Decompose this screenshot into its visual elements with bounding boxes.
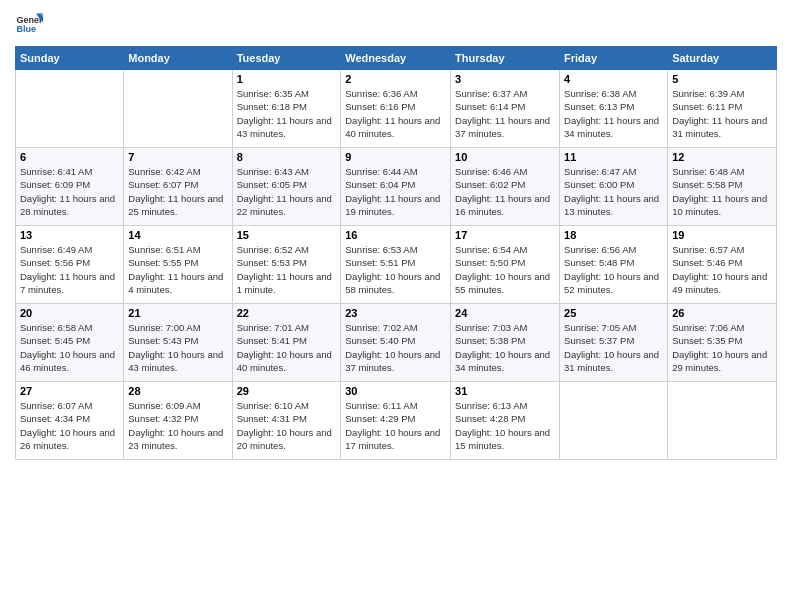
day-number: 7 bbox=[128, 151, 227, 163]
calendar-cell: 9Sunrise: 6:44 AMSunset: 6:04 PMDaylight… bbox=[341, 148, 451, 226]
weekday-header-thursday: Thursday bbox=[451, 47, 560, 70]
day-info: Sunrise: 7:05 AMSunset: 5:37 PMDaylight:… bbox=[564, 321, 663, 374]
day-info: Sunrise: 6:56 AMSunset: 5:48 PMDaylight:… bbox=[564, 243, 663, 296]
day-info: Sunrise: 6:53 AMSunset: 5:51 PMDaylight:… bbox=[345, 243, 446, 296]
day-number: 25 bbox=[564, 307, 663, 319]
weekday-header-wednesday: Wednesday bbox=[341, 47, 451, 70]
day-number: 3 bbox=[455, 73, 555, 85]
day-info: Sunrise: 7:02 AMSunset: 5:40 PMDaylight:… bbox=[345, 321, 446, 374]
day-number: 29 bbox=[237, 385, 337, 397]
day-number: 27 bbox=[20, 385, 119, 397]
calendar-cell bbox=[668, 382, 777, 460]
day-number: 31 bbox=[455, 385, 555, 397]
calendar-week-4: 20Sunrise: 6:58 AMSunset: 5:45 PMDayligh… bbox=[16, 304, 777, 382]
day-number: 10 bbox=[455, 151, 555, 163]
calendar-cell: 1Sunrise: 6:35 AMSunset: 6:18 PMDaylight… bbox=[232, 70, 341, 148]
day-number: 30 bbox=[345, 385, 446, 397]
day-info: Sunrise: 6:41 AMSunset: 6:09 PMDaylight:… bbox=[20, 165, 119, 218]
day-info: Sunrise: 6:54 AMSunset: 5:50 PMDaylight:… bbox=[455, 243, 555, 296]
day-info: Sunrise: 6:51 AMSunset: 5:55 PMDaylight:… bbox=[128, 243, 227, 296]
calendar-cell: 27Sunrise: 6:07 AMSunset: 4:34 PMDayligh… bbox=[16, 382, 124, 460]
day-number: 19 bbox=[672, 229, 772, 241]
calendar-cell: 31Sunrise: 6:13 AMSunset: 4:28 PMDayligh… bbox=[451, 382, 560, 460]
weekday-header-row: SundayMondayTuesdayWednesdayThursdayFrid… bbox=[16, 47, 777, 70]
day-number: 26 bbox=[672, 307, 772, 319]
calendar-cell: 18Sunrise: 6:56 AMSunset: 5:48 PMDayligh… bbox=[560, 226, 668, 304]
calendar-cell: 30Sunrise: 6:11 AMSunset: 4:29 PMDayligh… bbox=[341, 382, 451, 460]
day-info: Sunrise: 6:58 AMSunset: 5:45 PMDaylight:… bbox=[20, 321, 119, 374]
day-number: 16 bbox=[345, 229, 446, 241]
day-info: Sunrise: 6:38 AMSunset: 6:13 PMDaylight:… bbox=[564, 87, 663, 140]
day-info: Sunrise: 6:36 AMSunset: 6:16 PMDaylight:… bbox=[345, 87, 446, 140]
logo: General Blue bbox=[15, 10, 43, 38]
day-info: Sunrise: 7:06 AMSunset: 5:35 PMDaylight:… bbox=[672, 321, 772, 374]
calendar-header: SundayMondayTuesdayWednesdayThursdayFrid… bbox=[16, 47, 777, 70]
calendar-cell: 19Sunrise: 6:57 AMSunset: 5:46 PMDayligh… bbox=[668, 226, 777, 304]
day-number: 28 bbox=[128, 385, 227, 397]
calendar-cell: 24Sunrise: 7:03 AMSunset: 5:38 PMDayligh… bbox=[451, 304, 560, 382]
calendar-cell bbox=[124, 70, 232, 148]
day-number: 14 bbox=[128, 229, 227, 241]
day-info: Sunrise: 7:00 AMSunset: 5:43 PMDaylight:… bbox=[128, 321, 227, 374]
calendar-cell: 16Sunrise: 6:53 AMSunset: 5:51 PMDayligh… bbox=[341, 226, 451, 304]
weekday-header-sunday: Sunday bbox=[16, 47, 124, 70]
day-number: 5 bbox=[672, 73, 772, 85]
calendar-cell: 8Sunrise: 6:43 AMSunset: 6:05 PMDaylight… bbox=[232, 148, 341, 226]
day-info: Sunrise: 6:39 AMSunset: 6:11 PMDaylight:… bbox=[672, 87, 772, 140]
calendar-cell bbox=[560, 382, 668, 460]
calendar-cell: 10Sunrise: 6:46 AMSunset: 6:02 PMDayligh… bbox=[451, 148, 560, 226]
calendar-cell: 23Sunrise: 7:02 AMSunset: 5:40 PMDayligh… bbox=[341, 304, 451, 382]
main-container: General Blue SundayMondayTuesdayWednesda… bbox=[0, 0, 792, 470]
day-number: 20 bbox=[20, 307, 119, 319]
weekday-header-saturday: Saturday bbox=[668, 47, 777, 70]
calendar-week-2: 6Sunrise: 6:41 AMSunset: 6:09 PMDaylight… bbox=[16, 148, 777, 226]
calendar-cell: 7Sunrise: 6:42 AMSunset: 6:07 PMDaylight… bbox=[124, 148, 232, 226]
svg-text:Blue: Blue bbox=[16, 24, 36, 34]
day-info: Sunrise: 6:09 AMSunset: 4:32 PMDaylight:… bbox=[128, 399, 227, 452]
calendar-cell: 20Sunrise: 6:58 AMSunset: 5:45 PMDayligh… bbox=[16, 304, 124, 382]
calendar-cell: 15Sunrise: 6:52 AMSunset: 5:53 PMDayligh… bbox=[232, 226, 341, 304]
weekday-header-monday: Monday bbox=[124, 47, 232, 70]
header: General Blue bbox=[15, 10, 777, 38]
day-number: 2 bbox=[345, 73, 446, 85]
day-number: 13 bbox=[20, 229, 119, 241]
day-number: 8 bbox=[237, 151, 337, 163]
day-info: Sunrise: 6:46 AMSunset: 6:02 PMDaylight:… bbox=[455, 165, 555, 218]
day-info: Sunrise: 6:48 AMSunset: 5:58 PMDaylight:… bbox=[672, 165, 772, 218]
day-info: Sunrise: 6:11 AMSunset: 4:29 PMDaylight:… bbox=[345, 399, 446, 452]
calendar-cell: 12Sunrise: 6:48 AMSunset: 5:58 PMDayligh… bbox=[668, 148, 777, 226]
calendar-cell: 22Sunrise: 7:01 AMSunset: 5:41 PMDayligh… bbox=[232, 304, 341, 382]
day-info: Sunrise: 6:37 AMSunset: 6:14 PMDaylight:… bbox=[455, 87, 555, 140]
calendar-cell: 14Sunrise: 6:51 AMSunset: 5:55 PMDayligh… bbox=[124, 226, 232, 304]
calendar-week-1: 1Sunrise: 6:35 AMSunset: 6:18 PMDaylight… bbox=[16, 70, 777, 148]
day-number: 22 bbox=[237, 307, 337, 319]
day-info: Sunrise: 7:03 AMSunset: 5:38 PMDaylight:… bbox=[455, 321, 555, 374]
calendar-body: 1Sunrise: 6:35 AMSunset: 6:18 PMDaylight… bbox=[16, 70, 777, 460]
calendar-cell: 25Sunrise: 7:05 AMSunset: 5:37 PMDayligh… bbox=[560, 304, 668, 382]
day-info: Sunrise: 6:43 AMSunset: 6:05 PMDaylight:… bbox=[237, 165, 337, 218]
day-number: 6 bbox=[20, 151, 119, 163]
day-info: Sunrise: 6:47 AMSunset: 6:00 PMDaylight:… bbox=[564, 165, 663, 218]
day-number: 12 bbox=[672, 151, 772, 163]
calendar-cell: 5Sunrise: 6:39 AMSunset: 6:11 PMDaylight… bbox=[668, 70, 777, 148]
day-number: 9 bbox=[345, 151, 446, 163]
day-info: Sunrise: 6:07 AMSunset: 4:34 PMDaylight:… bbox=[20, 399, 119, 452]
logo-icon: General Blue bbox=[15, 10, 43, 38]
day-number: 11 bbox=[564, 151, 663, 163]
calendar-week-3: 13Sunrise: 6:49 AMSunset: 5:56 PMDayligh… bbox=[16, 226, 777, 304]
weekday-header-friday: Friday bbox=[560, 47, 668, 70]
calendar-cell: 4Sunrise: 6:38 AMSunset: 6:13 PMDaylight… bbox=[560, 70, 668, 148]
day-info: Sunrise: 6:13 AMSunset: 4:28 PMDaylight:… bbox=[455, 399, 555, 452]
calendar-table: SundayMondayTuesdayWednesdayThursdayFrid… bbox=[15, 46, 777, 460]
day-number: 1 bbox=[237, 73, 337, 85]
day-number: 21 bbox=[128, 307, 227, 319]
day-info: Sunrise: 7:01 AMSunset: 5:41 PMDaylight:… bbox=[237, 321, 337, 374]
weekday-header-tuesday: Tuesday bbox=[232, 47, 341, 70]
calendar-cell: 3Sunrise: 6:37 AMSunset: 6:14 PMDaylight… bbox=[451, 70, 560, 148]
day-info: Sunrise: 6:57 AMSunset: 5:46 PMDaylight:… bbox=[672, 243, 772, 296]
day-info: Sunrise: 6:44 AMSunset: 6:04 PMDaylight:… bbox=[345, 165, 446, 218]
day-number: 18 bbox=[564, 229, 663, 241]
day-number: 4 bbox=[564, 73, 663, 85]
calendar-cell: 28Sunrise: 6:09 AMSunset: 4:32 PMDayligh… bbox=[124, 382, 232, 460]
calendar-cell: 29Sunrise: 6:10 AMSunset: 4:31 PMDayligh… bbox=[232, 382, 341, 460]
